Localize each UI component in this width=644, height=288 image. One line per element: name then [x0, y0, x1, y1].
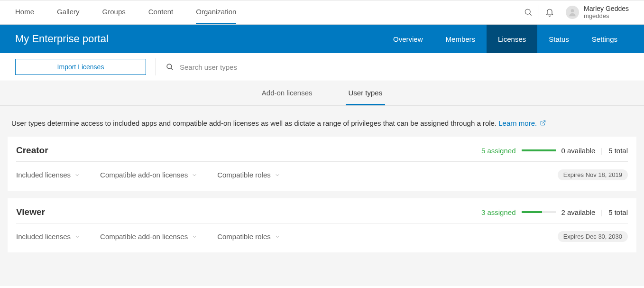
orgnav-settings[interactable]: Settings: [580, 25, 629, 53]
search-button[interactable]: [518, 0, 539, 24]
card-title: Viewer: [16, 207, 45, 217]
search-icon: [166, 63, 174, 71]
card-title: Creator: [16, 145, 48, 156]
total-count: 5 total: [608, 147, 628, 155]
svg-line-4: [171, 68, 173, 70]
user-name: Marley Geddes: [584, 5, 629, 12]
subtabs: Add-on licenses User types: [0, 81, 644, 105]
expires-badge: Expires Nov 18, 2019: [558, 169, 628, 180]
svg-point-0: [525, 9, 530, 14]
divider: |: [601, 208, 603, 216]
notifications-button[interactable]: [539, 0, 560, 24]
top-nav: Home Gallery Groups Content Organization…: [0, 0, 644, 25]
assigned-count: 5 assigned: [481, 147, 516, 155]
search-icon: [524, 8, 533, 17]
divider: |: [601, 147, 603, 155]
dropdown-label: Included licenses: [16, 232, 71, 241]
user-type-card-viewer: Viewer 3 assigned 2 available | 5 total …: [8, 198, 636, 252]
card-stats: 3 assigned 2 available | 5 total: [481, 208, 628, 216]
expires-badge: Expires Dec 30, 2030: [558, 231, 628, 242]
subtab-user-types[interactable]: User types: [346, 81, 386, 105]
org-header: My Enterprise portal Overview Members Li…: [0, 25, 644, 53]
user-type-card-creator: Creator 5 assigned 0 available | 5 total…: [8, 137, 636, 191]
subtab-addon-licenses[interactable]: Add-on licenses: [259, 81, 315, 105]
top-nav-right: Marley Geddes mgeddes: [518, 0, 644, 24]
compatible-roles-dropdown[interactable]: Compatible roles: [217, 232, 280, 241]
orgnav-overview[interactable]: Overview: [382, 25, 434, 53]
orgnav-status[interactable]: Status: [537, 25, 580, 53]
dropdown-label: Compatible roles: [217, 232, 271, 241]
avatar: [566, 6, 579, 19]
import-licenses-button[interactable]: Import Licenses: [15, 59, 146, 75]
assigned-count: 3 assigned: [481, 208, 516, 216]
addon-licenses-dropdown[interactable]: Compatible add-on licenses: [100, 232, 197, 241]
usage-bar-fill: [522, 211, 542, 213]
dropdown-label: Compatible roles: [217, 171, 271, 179]
orgnav-licenses[interactable]: Licenses: [487, 25, 537, 53]
nav-organization[interactable]: Organization: [196, 0, 236, 24]
included-licenses-dropdown[interactable]: Included licenses: [16, 171, 80, 179]
total-count: 5 total: [608, 208, 628, 216]
search-input[interactable]: [180, 63, 322, 71]
learn-more-link[interactable]: Learn more.: [498, 119, 537, 127]
card-stats: 5 assigned 0 available | 5 total: [481, 147, 628, 155]
dropdown-label: Included licenses: [16, 171, 71, 179]
subtabs-wrap: Add-on licenses User types: [0, 81, 644, 106]
nav-gallery[interactable]: Gallery: [57, 0, 80, 24]
chevron-down-icon: [74, 234, 80, 240]
dropdown-label: Compatible add-on licenses: [100, 171, 188, 179]
svg-line-1: [530, 14, 532, 16]
intro-body: User types determine access to included …: [11, 119, 498, 127]
nav-content[interactable]: Content: [148, 0, 174, 24]
available-count: 0 available: [561, 147, 596, 155]
bell-icon: [545, 8, 554, 17]
org-title: My Enterprise portal: [0, 25, 109, 53]
card-body: Included licenses Compatible add-on lice…: [16, 162, 628, 180]
org-nav: Overview Members Licenses Status Setting…: [382, 25, 644, 53]
svg-point-2: [571, 9, 574, 12]
chevron-down-icon: [275, 234, 280, 240]
chevron-down-icon: [275, 172, 280, 178]
svg-point-3: [167, 64, 172, 69]
card-head: Creator 5 assigned 0 available | 5 total: [16, 145, 628, 162]
orgnav-members[interactable]: Members: [434, 25, 487, 53]
person-icon: [568, 8, 577, 17]
toolbar: Import Licenses: [0, 53, 644, 81]
usage-bar: [522, 149, 556, 151]
nav-groups[interactable]: Groups: [102, 0, 126, 24]
divider: [156, 58, 156, 75]
available-count: 2 available: [561, 208, 596, 216]
nav-home[interactable]: Home: [15, 0, 34, 24]
included-licenses-dropdown[interactable]: Included licenses: [16, 232, 80, 241]
user-text: Marley Geddes mgeddes: [584, 5, 629, 19]
external-link-icon: [540, 120, 546, 126]
intro-text: User types determine access to included …: [8, 119, 636, 137]
user-menu[interactable]: Marley Geddes mgeddes: [560, 0, 644, 24]
card-head: Viewer 3 assigned 2 available | 5 total: [16, 207, 628, 223]
top-nav-left: Home Gallery Groups Content Organization: [0, 0, 236, 24]
addon-licenses-dropdown[interactable]: Compatible add-on licenses: [100, 171, 197, 179]
search-wrap: [166, 63, 644, 71]
compatible-roles-dropdown[interactable]: Compatible roles: [217, 171, 280, 179]
dropdown-label: Compatible add-on licenses: [100, 232, 188, 241]
chevron-down-icon: [192, 234, 197, 240]
user-handle: mgeddes: [584, 13, 629, 19]
chevron-down-icon: [192, 172, 197, 178]
chevron-down-icon: [74, 172, 80, 178]
usage-bar-fill: [522, 149, 556, 151]
content: User types determine access to included …: [0, 106, 644, 286]
usage-bar: [522, 211, 556, 213]
card-body: Included licenses Compatible add-on lice…: [16, 223, 628, 242]
